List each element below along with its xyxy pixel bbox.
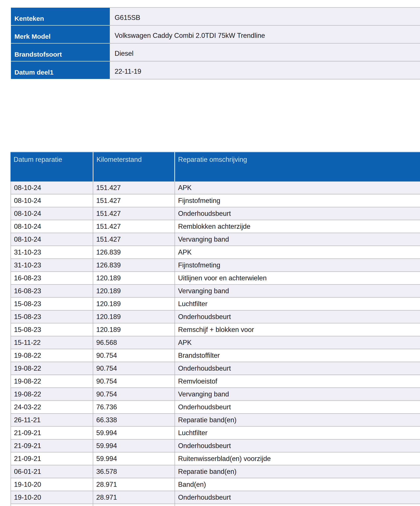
cell-repair-date: 16-08-23	[11, 272, 93, 284]
table-row: 31-10-23 126.839 Fijnstofmeting	[11, 259, 420, 272]
cell-odometer: 120.189	[93, 285, 175, 297]
cell-repair-date: 08-10-24	[11, 233, 93, 246]
cell-repair-date: 19-08-22	[11, 375, 93, 387]
vehicle-info-labels: Kenteken Merk Model Brandstofsoort Datum…	[11, 7, 110, 79]
cell-repair-description: APK	[175, 181, 420, 194]
cell-repair-date: 21-09-21	[11, 439, 93, 452]
header-cell-datum-reparatie: Datum reparatie	[11, 152, 93, 181]
cell-repair-date: 31-10-23	[11, 259, 93, 271]
cell-repair-date	[11, 504, 93, 506]
cell-repair-description: Onderhoudsbeurt	[175, 439, 420, 452]
cell-odometer: 90.754	[93, 375, 175, 387]
cell-repair-description: Vervanging band	[175, 388, 420, 400]
table-row: 15-08-23 120.189 Onderhoudsbeurt	[11, 311, 420, 323]
cell-repair-date: 19-08-22	[11, 349, 93, 362]
cell-odometer: 59.994	[93, 427, 175, 439]
table-row: 15-08-23 120.189 Remschijf + blokken voo…	[11, 323, 420, 336]
table-row: 19-08-22 90.754 Brandstoffilter	[11, 349, 420, 362]
cell-repair-description: Vervanging band	[175, 285, 420, 297]
cell-odometer: 28.971	[93, 491, 175, 504]
cell-odometer: 151.427	[93, 207, 175, 220]
cell-odometer: 76.736	[93, 401, 175, 413]
cell-repair-description: Remblokken achterzijde	[175, 220, 420, 233]
cell-odometer: 90.754	[93, 349, 175, 362]
info-value-merk-model: Volkswagen Caddy Combi 2.0TDI 75kW Trend…	[110, 26, 420, 44]
table-row: 19-10-20 28.971 Onderhoudsbeurt	[11, 491, 420, 504]
cell-repair-description: APK	[175, 246, 420, 259]
cell-repair-description: Brandstoffilter	[175, 349, 420, 362]
cell-repair-date: 31-10-23	[11, 246, 93, 259]
info-label-kenteken: Kenteken	[11, 8, 110, 25]
cell-repair-date: 19-10-20	[11, 491, 93, 504]
cell-repair-date: 19-08-22	[11, 362, 93, 375]
cell-repair-date: 08-10-24	[11, 194, 93, 207]
cell-repair-description: Fijnstofmeting	[175, 259, 420, 271]
info-value-datum-deel1: 22-11-19	[110, 61, 420, 79]
cell-repair-description: Onderhoudsbeurt	[175, 311, 420, 323]
info-label-brandstofsoort: Brandstofsoort	[11, 44, 110, 61]
table-row: 21-09-21 59.994 Ruitenwisserblad(en) voo…	[11, 453, 420, 465]
cell-odometer: 151.427	[93, 181, 175, 194]
table-row: 16-08-23 120.189 Vervanging band	[11, 285, 420, 298]
cell-odometer: 66.338	[93, 414, 175, 426]
cell-repair-description: Ruitenwisserblad(en) voorzijde	[175, 453, 420, 465]
vehicle-info-table: Kenteken Merk Model Brandstofsoort Datum…	[11, 7, 420, 79]
table-row: 15-11-22 96.568 APK	[11, 336, 420, 349]
info-label-datum-deel1: Datum deel1	[11, 61, 110, 79]
cell-odometer: 120.189	[93, 298, 175, 310]
cell-repair-description: Remvloeistof	[175, 375, 420, 387]
info-label-merk-model: Merk Model	[11, 26, 110, 43]
cell-repair-description	[175, 504, 420, 506]
cell-repair-date: 15-08-23	[11, 298, 93, 310]
cell-repair-description: Reparatie band(en)	[175, 465, 420, 478]
cell-odometer: 36.578	[93, 465, 175, 478]
vehicle-service-document: Kenteken Merk Model Brandstofsoort Datum…	[0, 0, 420, 506]
table-row: 21-09-21 59.994 Luchtfilter	[11, 427, 420, 439]
cell-odometer: 151.427	[93, 220, 175, 233]
cell-repair-description: Fijnstofmeting	[175, 194, 420, 207]
cell-repair-description: Uitlijnen voor en achterwielen	[175, 272, 420, 284]
cell-odometer: 90.754	[93, 362, 175, 375]
cell-repair-description: Band(en)	[175, 478, 420, 491]
cell-repair-description: Onderhoudsbeurt	[175, 362, 420, 375]
cell-odometer: 120.189	[93, 311, 175, 323]
info-value-kenteken: G615SB	[110, 8, 420, 26]
cell-odometer: 120.189	[93, 272, 175, 284]
vehicle-info-values: G615SB Volkswagen Caddy Combi 2.0TDI 75k…	[110, 7, 420, 79]
table-row: 19-08-22 90.754 Onderhoudsbeurt	[11, 362, 420, 375]
cell-repair-description: Reparatie band(en)	[175, 414, 420, 426]
cell-odometer: 96.568	[93, 336, 175, 349]
cell-odometer: 151.427	[93, 233, 175, 246]
table-row: 16-08-23 120.189 Uitlijnen voor en achte…	[11, 272, 420, 285]
cell-odometer: 59.994	[93, 439, 175, 452]
cell-repair-date: 15-08-23	[11, 311, 93, 323]
table-row: 24-03-22 76.736 Onderhoudsbeurt	[11, 401, 420, 414]
repairs-table-header: Datum reparatie Kilometerstand Reparatie…	[11, 152, 420, 181]
repairs-table: Datum reparatie Kilometerstand Reparatie…	[11, 152, 420, 506]
cell-odometer	[93, 504, 175, 506]
cell-repair-date: 08-10-24	[11, 181, 93, 194]
table-row	[11, 504, 420, 506]
table-row: 26-11-21 66.338 Reparatie band(en)	[11, 414, 420, 427]
cell-repair-date: 15-08-23	[11, 323, 93, 336]
table-row: 08-10-24 151.427 APK	[11, 181, 420, 194]
repairs-rows: 08-10-24 151.427 APK 08-10-24 151.427 Fi…	[11, 181, 420, 506]
cell-repair-description: Onderhoudsbeurt	[175, 401, 420, 413]
table-row: 19-08-22 90.754 Remvloeistof	[11, 375, 420, 388]
table-row: 19-08-22 90.754 Vervanging band	[11, 388, 420, 401]
cell-odometer: 28.971	[93, 478, 175, 491]
table-row: 08-10-24 151.427 Vervanging band	[11, 233, 420, 246]
cell-repair-date: 21-09-21	[11, 453, 93, 465]
cell-repair-date: 08-10-24	[11, 220, 93, 233]
info-value-brandstofsoort: Diesel	[110, 44, 420, 61]
cell-odometer: 126.839	[93, 246, 175, 259]
table-row: 19-10-20 28.971 Band(en)	[11, 478, 420, 491]
cell-repair-description: APK	[175, 336, 420, 349]
header-cell-reparatie-omschrijving: Reparatie omschrijving	[174, 152, 420, 181]
cell-repair-date: 08-10-24	[11, 207, 93, 220]
cell-repair-description: Vervanging band	[175, 233, 420, 246]
cell-repair-description: Luchtfilter	[175, 298, 420, 310]
header-cell-kilometerstand: Kilometerstand	[93, 152, 174, 181]
cell-odometer: 90.754	[93, 388, 175, 400]
cell-repair-date: 19-08-22	[11, 388, 93, 400]
